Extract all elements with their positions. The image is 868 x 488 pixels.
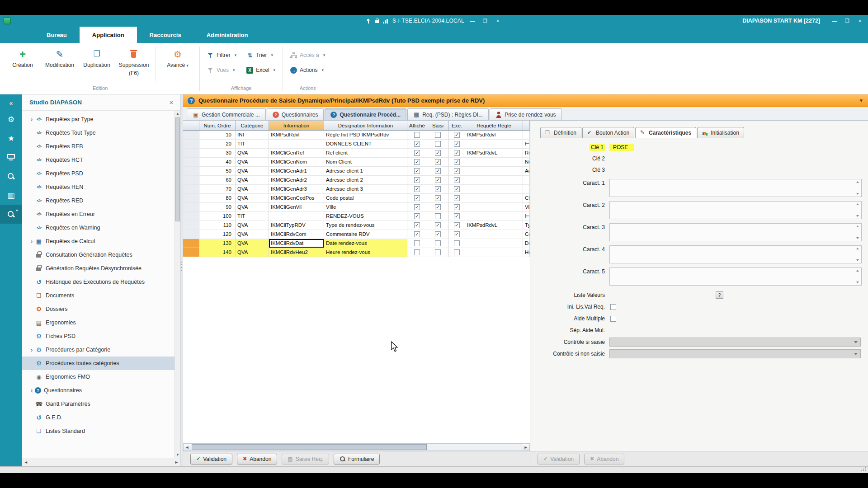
saisi-checkbox[interactable] [435, 204, 441, 210]
avance-button[interactable]: ⚙ Avancé▾ [160, 45, 196, 69]
row-selector[interactable] [183, 185, 199, 194]
column-header-designation[interactable]: Désignation Information [324, 121, 407, 131]
cell-categorie[interactable]: QVA [236, 176, 269, 185]
controle-si-non-saisie-dropdown[interactable] [609, 349, 861, 358]
key-value-field[interactable] [609, 169, 634, 170]
cell-num-ordre[interactable]: 40 [199, 158, 236, 167]
row-selector[interactable] [183, 167, 199, 176]
cell-designation[interactable]: Commentaire RDV [324, 230, 407, 239]
cell-categorie[interactable]: TIT [236, 140, 269, 149]
column-header-affiche[interactable]: Affiché [407, 121, 427, 131]
table-row[interactable]: 10 INI IKMPsdRdvl Règle Init PSD IKMPsdR… [183, 131, 530, 140]
table-row[interactable]: 40 QVA IKMCliGenNom Nom Client No [183, 158, 530, 167]
column-header-num-ordre[interactable]: Num. Ordre [199, 121, 236, 131]
cell-extra[interactable]: He [523, 248, 530, 257]
saisi-checkbox[interactable] [435, 159, 441, 165]
cell-requete-regle[interactable] [465, 176, 523, 185]
excel-button[interactable]: X Excel▾ [246, 65, 275, 75]
liste-valeurs-button[interactable]: ? [716, 291, 723, 299]
table-row[interactable]: 70 QVA IKMCliGenAdr3 Adresse client 3 [183, 185, 530, 194]
spinner-icon[interactable] [855, 270, 860, 283]
filtrer-button[interactable]: Filtrer▾ [207, 50, 236, 60]
affiche-checkbox[interactable] [414, 159, 420, 165]
affiche-checkbox[interactable] [414, 231, 420, 237]
cell-extra[interactable]: Ad [523, 167, 530, 176]
cell-requete-regle[interactable]: IKMPsdRdvL [465, 149, 523, 158]
cell-designation[interactable]: RENDEZ-VOUS [324, 212, 407, 221]
search-icon[interactable] [0, 167, 22, 186]
scroll-right-icon[interactable]: ► [522, 444, 529, 450]
sidebar-close-icon[interactable]: × [167, 99, 176, 106]
saisi-checkbox[interactable] [435, 177, 441, 183]
sidebar-vertical-scrollbar[interactable]: ▲ ▼ [175, 111, 180, 458]
cell-num-ordre[interactable]: 30 [199, 149, 236, 158]
key-value-field[interactable] [609, 158, 634, 159]
cell-num-ordre[interactable]: 10 [199, 131, 236, 140]
row-selector[interactable] [183, 239, 199, 248]
exe-checkbox[interactable] [454, 195, 460, 201]
window-maximize-button[interactable]: ❒ [843, 17, 852, 25]
saisi-checkbox[interactable] [435, 186, 441, 192]
cell-num-ordre[interactable]: 50 [199, 167, 236, 176]
table-row[interactable]: 80 QVA IKMCliGenCodPos Code postal CP [183, 194, 530, 203]
cell-information[interactable] [269, 212, 324, 221]
menu-tab[interactable]: Application [80, 27, 137, 43]
tree-item[interactable]: › Requêtes REB [22, 140, 180, 153]
cell-extra[interactable] [523, 176, 530, 185]
cell-requete-regle[interactable] [465, 203, 523, 212]
row-selector[interactable] [183, 212, 199, 221]
row-selector[interactable] [183, 176, 199, 185]
document-tab[interactable]: Req. (PSD) : Règles DI... [407, 108, 489, 120]
cell-extra[interactable]: Re [523, 149, 530, 158]
cell-categorie[interactable]: QVA [236, 239, 269, 248]
document-tab[interactable]: Questionnaires [267, 108, 324, 120]
header-row-selector[interactable] [183, 121, 199, 131]
cell-num-ordre[interactable]: 20 [199, 140, 236, 149]
exe-checkbox[interactable] [454, 213, 460, 219]
exe-checkbox[interactable] [454, 132, 460, 138]
cell-designation[interactable]: Type de rendez-vous [324, 221, 407, 230]
cell-extra[interactable]: Da [523, 239, 530, 248]
saisi-checkbox[interactable] [435, 249, 441, 255]
chevron-right-icon[interactable]: › [28, 116, 35, 123]
affiche-checkbox[interactable] [414, 186, 420, 192]
cell-num-ordre[interactable]: 140 [199, 248, 236, 257]
tree-item[interactable]: › Documents [22, 289, 180, 302]
tree-item[interactable]: › Procédures par Catégorie [22, 343, 180, 357]
tree-item[interactable]: › Requêtes RCT [22, 153, 180, 167]
caract-textarea[interactable] [609, 267, 862, 286]
cell-categorie[interactable]: TIT [236, 212, 269, 221]
scroll-left-icon[interactable]: ◄ [24, 460, 28, 465]
saisie-req-button[interactable]: ▤ Saisie Req. [282, 454, 329, 465]
cell-designation[interactable]: Code postal [324, 194, 407, 203]
spinner-icon[interactable] [855, 203, 860, 217]
cell-extra[interactable]: ⊢- [523, 212, 530, 221]
trier-button[interactable]: ⇅ Trier▾ [246, 50, 275, 60]
cell-requete-regle[interactable] [465, 248, 523, 257]
cell-requete-regle[interactable] [465, 194, 523, 203]
table-row[interactable]: 100 TIT RENDEZ-VOUS ⊢- [183, 212, 530, 221]
cell-num-ordre[interactable]: 60 [199, 176, 236, 185]
suppression-button[interactable]: Suppression (F6) [116, 45, 152, 76]
cell-designation[interactable]: Heure rendez-vous [324, 248, 407, 257]
cell-categorie[interactable]: INI [236, 131, 269, 140]
document-tab[interactable]: Gestion Commerciale ... [187, 108, 266, 120]
acces-a-button[interactable]: Accès à▾ [290, 50, 325, 60]
tree-item[interactable]: › Requêtes par Type [22, 113, 180, 126]
table-row[interactable]: 90 QVA IKMCliGenVil VIlle Vill [183, 203, 530, 212]
table-row[interactable]: 120 QVA IKMCliRdvCom Commentaire RDV Co [183, 230, 530, 239]
affiche-checkbox[interactable] [414, 222, 420, 228]
affiche-checkbox[interactable] [414, 195, 420, 201]
saisi-checkbox[interactable] [435, 213, 441, 219]
ini-lis-checkbox[interactable] [610, 304, 616, 310]
column-header-categorie[interactable]: Catégorie [236, 121, 269, 131]
abandon-button[interactable]: ✖ Abandon [237, 454, 277, 465]
affiche-checkbox[interactable] [414, 132, 420, 138]
scroll-right-icon[interactable]: ► [175, 460, 179, 465]
cell-information[interactable]: IKMCliRdvDat [269, 239, 324, 248]
cell-extra[interactable] [523, 131, 530, 140]
affiche-checkbox[interactable] [414, 213, 420, 219]
cell-information[interactable]: IKMCliTypRDV [269, 221, 324, 230]
controle-si-saisie-dropdown[interactable] [609, 338, 861, 347]
cell-information[interactable]: IKMCliGenRef [269, 149, 324, 158]
